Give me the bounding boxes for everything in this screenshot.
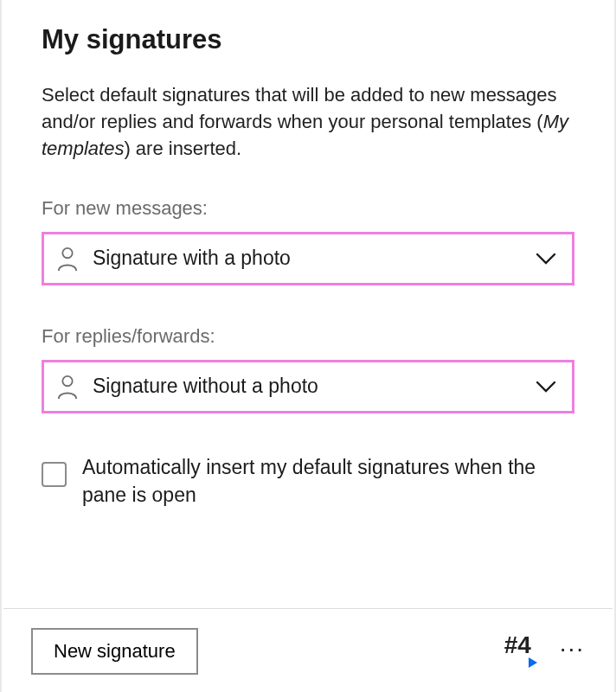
help-text-suffix: ) are inserted. — [124, 138, 241, 159]
new-messages-label: For new messages: — [42, 197, 574, 220]
hash-symbol: #4 — [504, 631, 531, 659]
replies-forwards-label: For replies/forwards: — [42, 325, 574, 348]
new-signature-button[interactable]: New signature — [31, 628, 198, 675]
auto-insert-checkbox[interactable] — [42, 462, 67, 487]
insert-macro-icon[interactable]: #4 — [504, 637, 534, 666]
person-icon — [56, 246, 79, 272]
chevron-down-icon — [536, 381, 556, 393]
help-text-prefix: Select default signatures that will be a… — [42, 84, 557, 132]
chevron-down-icon — [536, 253, 556, 265]
new-messages-dropdown[interactable]: Signature with a photo — [42, 232, 574, 285]
signatures-settings-panel: My signatures Select default signatures … — [0, 0, 616, 692]
svg-point-1 — [62, 376, 72, 386]
footer-bar: New signature #4 ··· — [31, 628, 585, 675]
play-triangle-icon — [529, 657, 537, 668]
page-title: My signatures — [42, 24, 574, 55]
more-options-icon[interactable]: ··· — [560, 637, 585, 666]
auto-insert-row: Automatically insert my default signatur… — [42, 453, 574, 509]
person-icon — [56, 374, 79, 400]
auto-insert-label[interactable]: Automatically insert my default signatur… — [82, 453, 574, 509]
footer-divider — [3, 608, 613, 609]
replies-forwards-dropdown[interactable]: Signature without a photo — [42, 360, 574, 413]
help-text: Select default signatures that will be a… — [42, 81, 574, 163]
new-messages-value: Signature with a photo — [93, 247, 536, 270]
replies-forwards-value: Signature without a photo — [93, 375, 536, 398]
svg-point-0 — [62, 248, 72, 258]
